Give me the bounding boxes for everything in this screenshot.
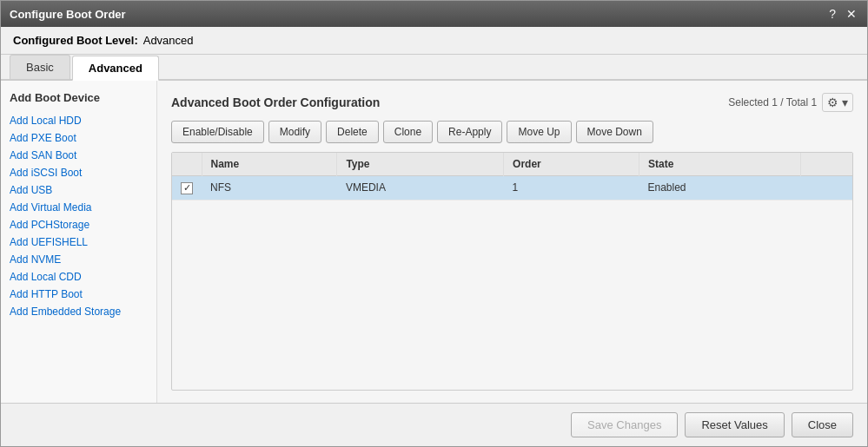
selection-info: Selected 1 / Total 1 <box>728 96 817 108</box>
row-type: VMEDIA <box>337 176 504 200</box>
boot-order-table: Name Type Order State NFS <box>172 153 852 200</box>
row-name: NFS <box>202 176 337 200</box>
help-button[interactable]: ? <box>827 6 838 22</box>
sidebar-item-add-iscsi-boot[interactable]: Add iSCSI Boot <box>10 165 148 181</box>
row-checkbox-cell[interactable] <box>172 176 202 200</box>
tab-basic[interactable]: Basic <box>10 55 70 79</box>
sidebar-item-add-pchstorage[interactable]: Add PCHStorage <box>10 217 148 233</box>
move-up-button[interactable]: Move Up <box>507 121 571 143</box>
content-panel: Advanced Boot Order Configuration Select… <box>157 81 867 403</box>
sidebar-item-add-local-hdd[interactable]: Add Local HDD <box>10 113 148 128</box>
col-name: Name <box>202 153 337 176</box>
dropdown-icon: ▾ <box>842 95 848 109</box>
title-bar-left: Configure Boot Order <box>10 8 126 21</box>
sidebar-item-add-http-boot[interactable]: Add HTTP Boot <box>10 286 148 302</box>
col-order: Order <box>504 153 639 176</box>
re-apply-button[interactable]: Re-Apply <box>437 121 502 143</box>
close-button[interactable]: ✕ <box>845 6 858 22</box>
configured-level-bar: Configured Boot Level: Advanced <box>1 27 867 55</box>
sidebar-item-add-uefishell[interactable]: Add UEFISHELL <box>10 234 148 250</box>
sidebar-item-add-local-cdd[interactable]: Add Local CDD <box>10 269 148 285</box>
sidebar-item-add-virtual-media[interactable]: Add Virtual Media <box>10 200 148 215</box>
row-state: Enabled <box>639 176 800 200</box>
col-state: State <box>639 153 800 176</box>
toolbar: Enable/Disable Modify Delete Clone Re-Ap… <box>171 121 853 143</box>
sidebar-item-add-embedded-storage[interactable]: Add Embedded Storage <box>10 304 148 319</box>
content-title: Advanced Boot Order Configuration <box>171 95 380 109</box>
sidebar-title: Add Boot Device <box>10 91 148 104</box>
delete-button[interactable]: Delete <box>326 121 379 143</box>
col-check <box>172 153 202 176</box>
row-extra <box>800 176 852 200</box>
title-bar: Configure Boot Order ? ✕ <box>1 1 867 27</box>
close-dialog-button[interactable]: Close <box>792 412 853 437</box>
sidebar-item-add-san-boot[interactable]: Add SAN Boot <box>10 148 148 163</box>
configure-boot-order-dialog: Configure Boot Order ? ✕ Configured Boot… <box>0 0 868 447</box>
modify-button[interactable]: Modify <box>268 121 321 143</box>
move-down-button[interactable]: Move Down <box>576 121 653 143</box>
row-checkbox[interactable] <box>181 182 193 194</box>
settings-gear-button[interactable]: ⚙ ▾ <box>822 93 853 112</box>
dialog-title: Configure Boot Order <box>10 8 126 21</box>
main-content: Add Boot Device Add Local HDD Add PXE Bo… <box>1 81 867 403</box>
configured-level-label: Configured Boot Level: <box>13 34 138 47</box>
header-right: Selected 1 / Total 1 ⚙ ▾ <box>728 93 853 112</box>
enable-disable-button[interactable]: Enable/Disable <box>171 121 264 143</box>
row-order: 1 <box>504 176 639 200</box>
content-header: Advanced Boot Order Configuration Select… <box>171 93 853 112</box>
table-container: Name Type Order State NFS <box>171 152 853 391</box>
configured-level-value: Advanced <box>143 34 194 47</box>
gear-icon: ⚙ <box>827 95 838 109</box>
col-extra <box>800 153 852 176</box>
save-changes-button[interactable]: Save Changes <box>571 412 678 437</box>
sidebar-item-add-nvme[interactable]: Add NVME <box>10 252 148 267</box>
tab-advanced[interactable]: Advanced <box>72 56 159 81</box>
sidebar: Add Boot Device Add Local HDD Add PXE Bo… <box>1 81 157 403</box>
tabs-bar: Basic Advanced <box>1 55 867 81</box>
title-bar-controls: ? ✕ <box>827 6 858 22</box>
footer: Save Changes Reset Values Close <box>1 403 867 446</box>
reset-values-button[interactable]: Reset Values <box>685 412 784 437</box>
clone-button[interactable]: Clone <box>383 121 433 143</box>
table-header-row: Name Type Order State <box>172 153 852 176</box>
sidebar-item-add-usb[interactable]: Add USB <box>10 182 148 198</box>
sidebar-item-add-pxe-boot[interactable]: Add PXE Boot <box>10 130 148 146</box>
col-type: Type <box>337 153 504 176</box>
table-row[interactable]: NFS VMEDIA 1 Enabled <box>172 176 852 200</box>
